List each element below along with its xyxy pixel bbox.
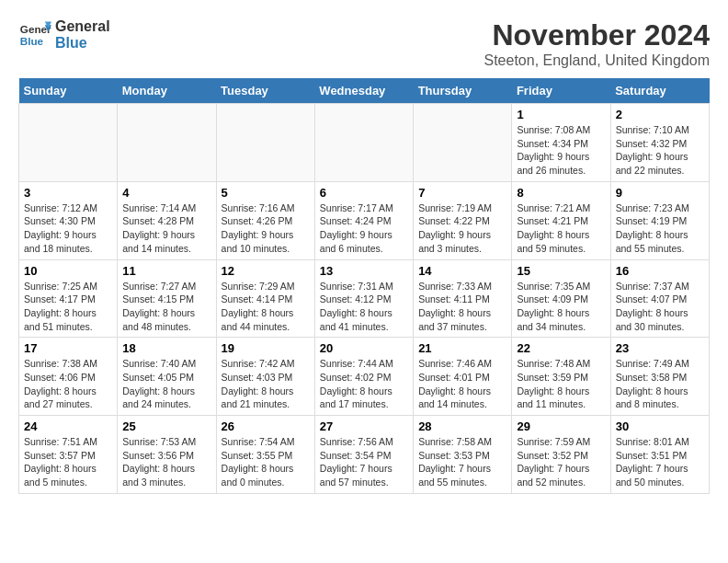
day-number: 29 [517, 419, 605, 433]
day-info: Sunrise: 7:12 AM Sunset: 4:30 PM Dayligh… [24, 201, 112, 256]
day-info: Sunrise: 8:01 AM Sunset: 3:51 PM Dayligh… [616, 435, 704, 489]
calendar-day-cell: 3Sunrise: 7:12 AM Sunset: 4:30 PM Daylig… [19, 181, 118, 259]
calendar-week-row: 3Sunrise: 7:12 AM Sunset: 4:30 PM Daylig… [19, 181, 710, 259]
day-info: Sunrise: 7:27 AM Sunset: 4:15 PM Dayligh… [122, 280, 210, 334]
calendar-day-cell [216, 104, 314, 182]
day-info: Sunrise: 7:23 AM Sunset: 4:19 PM Dayligh… [616, 201, 704, 256]
day-number: 3 [24, 186, 112, 200]
day-number: 26 [222, 419, 310, 433]
day-info: Sunrise: 7:17 AM Sunset: 4:24 PM Dayligh… [320, 201, 408, 256]
day-number: 24 [24, 419, 112, 433]
day-info: Sunrise: 7:58 AM Sunset: 3:53 PM Dayligh… [418, 435, 506, 489]
calendar-day-cell: 14Sunrise: 7:33 AM Sunset: 4:11 PM Dayli… [414, 259, 512, 338]
calendar-day-cell: 16Sunrise: 7:37 AM Sunset: 4:07 PM Dayli… [610, 259, 709, 338]
calendar-day-cell: 4Sunrise: 7:14 AM Sunset: 4:28 PM Daylig… [118, 181, 216, 259]
weekday-header-cell: Sunday [19, 78, 118, 104]
logo: General Blue General Blue [18, 18, 110, 52]
day-info: Sunrise: 7:40 AM Sunset: 4:05 PM Dayligh… [122, 357, 210, 411]
day-number: 16 [616, 264, 704, 278]
day-info: Sunrise: 7:37 AM Sunset: 4:07 PM Dayligh… [616, 280, 704, 334]
logo-blue: Blue [55, 35, 110, 52]
day-number: 4 [122, 186, 210, 200]
calendar-day-cell: 7Sunrise: 7:19 AM Sunset: 4:22 PM Daylig… [414, 181, 512, 259]
weekday-header-cell: Saturday [610, 78, 709, 104]
weekday-header-cell: Friday [512, 78, 610, 104]
day-info: Sunrise: 7:31 AM Sunset: 4:12 PM Dayligh… [320, 280, 408, 334]
calendar-day-cell: 15Sunrise: 7:35 AM Sunset: 4:09 PM Dayli… [512, 259, 610, 338]
calendar-day-cell: 6Sunrise: 7:17 AM Sunset: 4:24 PM Daylig… [314, 181, 413, 259]
day-number: 6 [320, 186, 408, 200]
day-number: 1 [517, 108, 605, 121]
logo-general: General [55, 18, 110, 35]
day-number: 12 [222, 264, 310, 278]
day-number: 2 [616, 108, 704, 121]
calendar-day-cell: 26Sunrise: 7:54 AM Sunset: 3:55 PM Dayli… [216, 416, 314, 494]
calendar-day-cell: 21Sunrise: 7:46 AM Sunset: 4:01 PM Dayli… [414, 338, 512, 416]
day-info: Sunrise: 7:53 AM Sunset: 3:56 PM Dayligh… [122, 435, 210, 489]
day-number: 27 [320, 419, 408, 433]
calendar-day-cell [19, 104, 118, 182]
day-info: Sunrise: 7:33 AM Sunset: 4:11 PM Dayligh… [418, 280, 506, 334]
calendar-day-cell: 10Sunrise: 7:25 AM Sunset: 4:17 PM Dayli… [19, 259, 118, 338]
calendar-day-cell: 12Sunrise: 7:29 AM Sunset: 4:14 PM Dayli… [216, 259, 314, 338]
calendar-day-cell: 20Sunrise: 7:44 AM Sunset: 4:02 PM Dayli… [314, 338, 413, 416]
calendar-day-cell: 30Sunrise: 8:01 AM Sunset: 3:51 PM Dayli… [610, 416, 709, 494]
calendar-week-row: 17Sunrise: 7:38 AM Sunset: 4:06 PM Dayli… [19, 338, 710, 416]
calendar-day-cell: 28Sunrise: 7:58 AM Sunset: 3:53 PM Dayli… [414, 416, 512, 494]
day-number: 8 [517, 186, 605, 200]
title-area: November 2024 Steeton, England, United K… [484, 18, 711, 69]
calendar-day-cell [314, 104, 413, 182]
day-info: Sunrise: 7:14 AM Sunset: 4:28 PM Dayligh… [122, 201, 210, 256]
weekday-header-cell: Wednesday [314, 78, 413, 104]
calendar-table: SundayMondayTuesdayWednesdayThursdayFrid… [18, 78, 710, 494]
calendar-day-cell: 25Sunrise: 7:53 AM Sunset: 3:56 PM Dayli… [118, 416, 216, 494]
day-number: 13 [320, 264, 408, 278]
day-info: Sunrise: 7:54 AM Sunset: 3:55 PM Dayligh… [222, 435, 310, 489]
calendar-day-cell: 13Sunrise: 7:31 AM Sunset: 4:12 PM Dayli… [314, 259, 413, 338]
calendar-day-cell: 17Sunrise: 7:38 AM Sunset: 4:06 PM Dayli… [19, 338, 118, 416]
day-number: 18 [122, 341, 210, 355]
calendar-day-cell: 29Sunrise: 7:59 AM Sunset: 3:52 PM Dayli… [512, 416, 610, 494]
weekday-header-cell: Thursday [414, 78, 512, 104]
day-info: Sunrise: 7:51 AM Sunset: 3:57 PM Dayligh… [24, 435, 112, 489]
day-info: Sunrise: 7:10 AM Sunset: 4:32 PM Dayligh… [616, 123, 704, 178]
day-info: Sunrise: 7:42 AM Sunset: 4:03 PM Dayligh… [222, 357, 310, 411]
weekday-header-cell: Tuesday [216, 78, 314, 104]
day-info: Sunrise: 7:44 AM Sunset: 4:02 PM Dayligh… [320, 357, 408, 411]
calendar-day-cell: 11Sunrise: 7:27 AM Sunset: 4:15 PM Dayli… [118, 259, 216, 338]
day-number: 23 [616, 341, 704, 355]
day-number: 9 [616, 186, 704, 200]
day-info: Sunrise: 7:29 AM Sunset: 4:14 PM Dayligh… [222, 280, 310, 334]
logo-icon: General Blue [18, 18, 51, 52]
day-number: 15 [517, 264, 605, 278]
day-info: Sunrise: 7:16 AM Sunset: 4:26 PM Dayligh… [222, 201, 310, 256]
day-info: Sunrise: 7:08 AM Sunset: 4:34 PM Dayligh… [517, 123, 605, 178]
day-info: Sunrise: 7:49 AM Sunset: 3:58 PM Dayligh… [616, 357, 704, 411]
day-info: Sunrise: 7:19 AM Sunset: 4:22 PM Dayligh… [418, 201, 506, 256]
calendar-day-cell: 19Sunrise: 7:42 AM Sunset: 4:03 PM Dayli… [216, 338, 314, 416]
day-number: 14 [418, 264, 506, 278]
calendar-day-cell: 27Sunrise: 7:56 AM Sunset: 3:54 PM Dayli… [314, 416, 413, 494]
day-number: 21 [418, 341, 506, 355]
calendar-day-cell: 2Sunrise: 7:10 AM Sunset: 4:32 PM Daylig… [610, 104, 709, 182]
weekday-header-cell: Monday [118, 78, 216, 104]
calendar-week-row: 10Sunrise: 7:25 AM Sunset: 4:17 PM Dayli… [19, 259, 710, 338]
day-info: Sunrise: 7:46 AM Sunset: 4:01 PM Dayligh… [418, 357, 506, 411]
calendar-day-cell: 22Sunrise: 7:48 AM Sunset: 3:59 PM Dayli… [512, 338, 610, 416]
calendar-day-cell [414, 104, 512, 182]
day-number: 7 [418, 186, 506, 200]
calendar-day-cell: 8Sunrise: 7:21 AM Sunset: 4:21 PM Daylig… [512, 181, 610, 259]
calendar-week-row: 24Sunrise: 7:51 AM Sunset: 3:57 PM Dayli… [19, 416, 710, 494]
calendar-day-cell: 1Sunrise: 7:08 AM Sunset: 4:34 PM Daylig… [512, 104, 610, 182]
day-info: Sunrise: 7:59 AM Sunset: 3:52 PM Dayligh… [517, 435, 605, 489]
weekday-header-row: SundayMondayTuesdayWednesdayThursdayFrid… [19, 78, 710, 104]
month-title: November 2024 [484, 18, 711, 52]
calendar-day-cell: 5Sunrise: 7:16 AM Sunset: 4:26 PM Daylig… [216, 181, 314, 259]
day-info: Sunrise: 7:35 AM Sunset: 4:09 PM Dayligh… [517, 280, 605, 334]
day-number: 28 [418, 419, 506, 433]
day-number: 20 [320, 341, 408, 355]
day-number: 30 [616, 419, 704, 433]
day-number: 5 [222, 186, 310, 200]
location-title: Steeton, England, United Kingdom [484, 52, 711, 69]
day-info: Sunrise: 7:56 AM Sunset: 3:54 PM Dayligh… [320, 435, 408, 489]
